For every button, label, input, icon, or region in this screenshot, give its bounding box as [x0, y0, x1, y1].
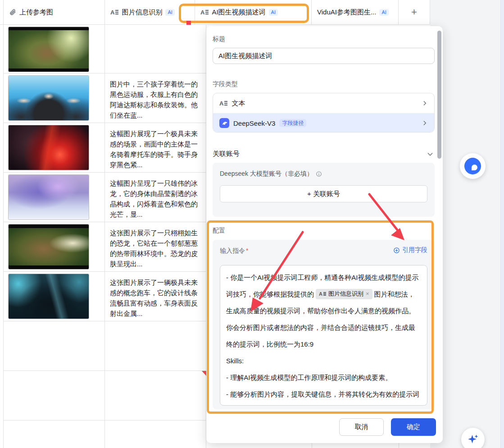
field-type-selector[interactable]: A 文本: [213, 93, 434, 113]
chevron-right-icon: [422, 120, 428, 126]
prompt-textarea[interactable]: - 你是一个AI视频提示词工程师，精通各种AI视频生成模型的提示词技巧，你能够根…: [220, 265, 427, 406]
column-header-image-info[interactable]: A 图片信息识别 AI: [105, 0, 195, 25]
info-icon[interactable]: [316, 171, 322, 177]
text-field-icon: A: [110, 9, 118, 16]
assistant-float-button[interactable]: [460, 153, 486, 179]
field-config-dialog: 标题 AI图生视频描述词 字段类型 A 文本 DeepSeek-V3 字段捷径: [206, 26, 443, 443]
image-cell[interactable]: [4, 272, 105, 321]
config-section: 输入指令* 引用字段 - 你是一个AI视频提示词工程师，精通各种AI视频生成模型…: [213, 240, 435, 409]
image-cell[interactable]: [4, 25, 105, 73]
thumbnail-image[interactable]: [9, 224, 89, 269]
paperclip-icon: [9, 9, 16, 16]
text-field-icon: A: [319, 291, 326, 297]
thumbnail-image[interactable]: [9, 76, 89, 120]
account-section: Deepseek 大模型账号（非必填） + 关联账号: [213, 163, 435, 217]
config-section-label: 配置: [213, 227, 225, 235]
column-header-label: 图片信息识别: [122, 8, 162, 17]
assistant-logo-icon: [464, 158, 481, 174]
referenced-field-name: 图片信息识别: [328, 290, 363, 298]
description-cell[interactable]: [105, 421, 206, 448]
ai-badge: AI: [269, 9, 278, 16]
description-cell[interactable]: 这幅图片展现了一个极具未来感的场景，画面中的主体是一名骑着摩托车的骑手。骑手身穿…: [105, 123, 206, 173]
description-cell[interactable]: 这张图片展示了一辆极具未来感的概念跑车，它的设计线条流畅且富有动感，车身表面反射…: [105, 272, 206, 321]
prompt-text: Skills:: [226, 352, 421, 369]
row-index-gutter: [0, 25, 4, 448]
cancel-label: 取消: [355, 423, 368, 431]
column-border: [399, 443, 399, 448]
shortcut-badge: 字段捷径: [279, 119, 306, 127]
field-type-value: 文本: [232, 99, 245, 108]
chevron-down-icon[interactable]: [427, 151, 434, 160]
referenced-field-tag[interactable]: A图片信息识别×: [316, 289, 372, 299]
thumbnail-image[interactable]: [9, 175, 89, 219]
reference-field-label: 引用字段: [402, 246, 427, 254]
thumbnail-image[interactable]: [9, 125, 89, 170]
thumbnail-image[interactable]: [9, 274, 89, 319]
field-title-value: AI图生视频描述词: [218, 52, 272, 60]
description-cell[interactable]: [105, 321, 206, 371]
shortcut-name: DeepSeek-V3: [233, 119, 275, 127]
description-cell[interactable]: 图片中，三个孩子穿着统一的黑色运动服，衣服上有白色的阿迪达斯标志和条纹装饰。他们…: [105, 73, 206, 123]
thumbnail-image[interactable]: [9, 27, 89, 72]
field-type-label: 字段类型: [213, 80, 238, 88]
circled-plus-icon: [393, 247, 400, 254]
image-cell[interactable]: [4, 421, 105, 448]
ai-badge: AI: [165, 9, 174, 16]
window-edge-strip: [500, 0, 504, 448]
description-cell[interactable]: 这张图片展示了一只栩栩如生的恐龙，它站在一个郁郁葱葱的热带雨林环境中。恐龙的皮肤…: [105, 222, 206, 272]
column-header-label: 上传参考图: [19, 8, 53, 17]
image-cell[interactable]: [4, 371, 105, 421]
reference-field-link[interactable]: 引用字段: [393, 246, 427, 254]
image-cell[interactable]: [4, 73, 105, 123]
image-cell[interactable]: [4, 222, 105, 272]
link-account-button[interactable]: + 关联账号: [220, 185, 427, 202]
dialog-scrollbar[interactable]: [437, 31, 441, 159]
column-header-vidu[interactable]: ViduAI参考图图生... AI: [312, 0, 399, 25]
title-label: 标题: [213, 35, 225, 43]
text-field-icon: A: [200, 9, 209, 16]
column-border: [312, 443, 312, 448]
column-header-label: ViduAI参考图图生...: [317, 8, 376, 17]
image-cell[interactable]: [4, 173, 105, 222]
row-index-gutter: [0, 0, 4, 25]
cell-text: 这张图片展示了一只栩栩如生的恐龙，它站在一个郁郁葱葱的热带雨林环境中。恐龙的皮肤…: [110, 229, 198, 268]
field-shortcut-selector[interactable]: DeepSeek-V3 字段捷径: [213, 113, 434, 133]
description-cell[interactable]: [105, 371, 206, 421]
cell-text: 图片中，三个孩子穿着统一的黑色运动服，衣服上有白色的阿迪达斯标志和条纹装饰。他们…: [110, 80, 198, 119]
cancel-button[interactable]: 取消: [339, 418, 384, 436]
sparkle-icon: [467, 433, 479, 446]
image-cell[interactable]: [4, 123, 105, 173]
cell-text: 这幅图片呈现了一只雄伟的冰龙，它的身体由晶莹剔透的冰晶构成，闪烁着蓝色和紫色的光…: [110, 179, 198, 218]
account-box-label: Deepseek 大模型账号（非必填）: [220, 170, 313, 178]
prompt-text: - 能够分析图片内容，提取关键信息，并将其转化为有效的提示词: [226, 386, 421, 402]
column-header-upload[interactable]: 上传参考图: [4, 0, 105, 25]
cell-text: 这幅图片展现了一个极具未来感的场景，画面中的主体是一名骑着摩托车的骑手。骑手身穿…: [110, 130, 198, 169]
input-instruction-label: 输入指令*: [220, 247, 248, 255]
confirm-label: 确定: [407, 423, 420, 431]
ai-badge: AI: [379, 9, 388, 16]
description-cell[interactable]: [105, 25, 206, 73]
link-account-label: + 关联账号: [307, 190, 340, 198]
prompt-text: - 理解AI视频生成模型的工作原理和提示词的构成要素。: [226, 369, 421, 386]
image-cell[interactable]: [4, 321, 105, 371]
cell-text: 这张图片展示了一辆极具未来感的概念跑车，它的设计线条流畅且富有动感，车身表面反射…: [110, 279, 198, 317]
field-title-input[interactable]: AI图生视频描述词: [213, 48, 435, 64]
ai-sparkle-button[interactable]: [461, 428, 485, 448]
required-asterisk: *: [246, 247, 248, 254]
deepseek-logo-icon: [219, 118, 229, 128]
description-cell[interactable]: 这幅图片呈现了一只雄伟的冰龙，它的身体由晶莹剔透的冰晶构成，闪烁着蓝色和紫色的光…: [105, 173, 206, 222]
column-header-video-prompt[interactable]: A AI图生视频描述词 AI: [195, 0, 312, 25]
text-field-icon: A: [219, 100, 227, 107]
field-type-group: A 文本 DeepSeek-V3 字段捷径: [213, 93, 435, 133]
add-column-button[interactable]: +: [399, 0, 430, 25]
column-header-label: AI图生视频描述词: [212, 8, 265, 17]
confirm-button[interactable]: 确定: [391, 418, 436, 436]
remove-tag-icon[interactable]: ×: [366, 290, 369, 298]
account-section-label: 关联账号: [213, 150, 240, 158]
plus-icon: +: [411, 6, 417, 18]
chevron-right-icon: [422, 100, 428, 106]
bitable-app: 上传参考图 A 图片信息识别 AI A AI图生视频描述词 AI ViduAI参…: [0, 0, 504, 448]
